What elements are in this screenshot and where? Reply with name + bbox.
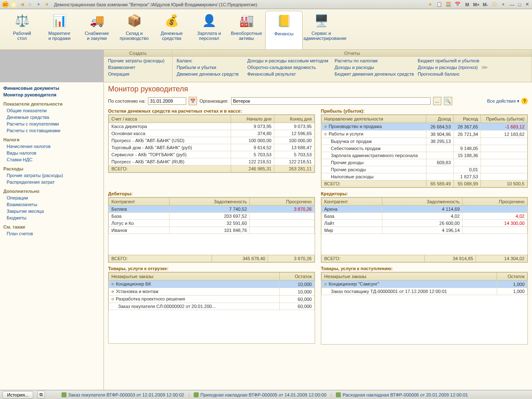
info-dropdown-icon[interactable]: ▾: [500, 1, 507, 8]
home-icon[interactable]: [10, 1, 17, 8]
sidebar-link[interactable]: Бюджеты: [3, 214, 100, 221]
table-row[interactable]: Прочие расходы0,01: [322, 166, 527, 173]
submenu-link[interactable]: Финансовый результат: [247, 71, 326, 77]
status-link-0[interactable]: Заказ покупателя ВТФР-000003 от 12.01.20…: [62, 392, 184, 397]
sidebar-link[interactable]: Ставки НДС: [3, 156, 100, 163]
table-row[interactable]: Арена4 114,69: [322, 206, 527, 213]
table-row[interactable]: ⊖Кондиционер "Самсунг"1,000: [322, 281, 527, 288]
table-row[interactable]: Себестоимость продаж9 148,05: [322, 145, 527, 152]
section-7[interactable]: 📒Финансы: [265, 11, 303, 49]
sidebar-link[interactable]: Прочие затраты (расходы): [3, 172, 100, 179]
table-row[interactable]: Прогресс - АКБ "АВТ-БАНК" (RUB)122 218,5…: [109, 158, 315, 165]
status-link-2[interactable]: Расходная накладная ВТФР-000006 от 20.01…: [336, 392, 468, 397]
table-row[interactable]: ⊕Установка и монтаж10,000: [109, 288, 315, 296]
submenu-link[interactable]: Доходы и расходы (прогноз): [418, 64, 476, 71]
date-picker-icon[interactable]: 📅: [189, 97, 197, 105]
sidebar-link[interactable]: Расчеты с поставщиками: [3, 127, 100, 134]
help-icon[interactable]: ?: [521, 98, 528, 104]
table-row[interactable]: ⊕Производство и продажа26 684,5328 367,6…: [322, 123, 527, 131]
table-row[interactable]: Иванов101 848,76: [109, 227, 315, 234]
clipboard-icon[interactable]: 📋: [436, 1, 443, 8]
sidebar-link[interactable]: Начисления налогов: [3, 143, 100, 150]
sidebar-link[interactable]: Операции: [3, 195, 100, 201]
submenu-expand-icon[interactable]: ⋙: [480, 65, 489, 70]
table-row[interactable]: Выручка от продаж38 295,13: [322, 138, 527, 145]
org-search-icon[interactable]: 🔍: [444, 97, 452, 105]
info-icon[interactable]: ⓘ: [490, 1, 498, 8]
section-4[interactable]: 💰Денежныесредства: [153, 11, 190, 49]
calendar-icon[interactable]: 📅: [454, 1, 461, 8]
sidebar-link[interactable]: Денежные средства: [3, 114, 100, 121]
table-row[interactable]: База203 697,52: [109, 213, 315, 220]
table-row[interactable]: ⊖Работы и услуги38 904,9626 721,3412 183…: [322, 131, 527, 138]
table-row[interactable]: Заказ покупателя СЛ-00000002 от 20.01.20…: [109, 303, 315, 310]
submenu-link[interactable]: Движение денежных средств: [177, 71, 239, 77]
sidebar-fin-docs[interactable]: Финансовые документы: [3, 85, 100, 91]
calc-icon[interactable]: 🧮: [445, 1, 452, 8]
maximize-button[interactable]: □: [516, 2, 523, 7]
nav-back-icon[interactable]: ◀: [18, 1, 26, 8]
sidebar-link[interactable]: Виды налогов: [3, 150, 100, 156]
table-row[interactable]: Касса директора9 073,959 073,95: [109, 123, 315, 130]
section-6[interactable]: 🏭Внеоборотныеактивы: [228, 11, 265, 49]
table-row[interactable]: Налоговые расходы1 827,53: [322, 173, 527, 180]
submenu-link[interactable]: Операция: [108, 71, 168, 77]
table-row[interactable]: Беляев7 740,523 870,26: [109, 206, 315, 213]
m-button[interactable]: M: [463, 2, 471, 7]
fav-icon[interactable]: ★: [426, 1, 434, 8]
sidebar-link[interactable]: Расчеты с покупателями: [3, 121, 100, 127]
section-5[interactable]: 👤Зарплата иперсонал: [190, 11, 228, 49]
section-2[interactable]: 🚚Снабжениеи закупки: [78, 11, 116, 49]
sidebar-link[interactable]: Взаимозачеты: [3, 201, 100, 208]
section-8[interactable]: 🖥️Сервис иадминистрирование: [303, 11, 340, 49]
submenu-link[interactable]: Прогнозный баланс: [418, 71, 476, 77]
submenu-link[interactable]: Бюджет прибылей и убытков: [418, 57, 476, 64]
history-panel-button[interactable]: ⧉: [37, 391, 45, 399]
submenu-link[interactable]: Доходы и расходы кассовым методом: [247, 57, 326, 64]
submenu-link[interactable]: Взаимозачет: [108, 64, 168, 71]
sidebar-monitor[interactable]: Монитор руководителя: [3, 91, 100, 98]
star-icon[interactable]: ★: [43, 1, 51, 8]
sidebar-link[interactable]: План счетов: [3, 230, 100, 237]
m-minus-button[interactable]: M-: [481, 2, 490, 7]
sidebar-link[interactable]: Общие показатели: [3, 107, 100, 114]
profit-title: Прибыль (убыток):: [321, 108, 528, 113]
status-link-1[interactable]: Приходная накладная ВТФР-000005 от 14.01…: [194, 392, 326, 397]
submenu-link[interactable]: Расчеты по налогам: [335, 57, 409, 64]
table-row[interactable]: ⊖Разработка проектного решения60,000: [109, 296, 315, 303]
table-row[interactable]: Зарплата административного персонала15 1…: [322, 152, 527, 159]
sidebar-link[interactable]: Закрытие месяца: [3, 208, 100, 214]
submenu-link[interactable]: Прочие затраты (расходы): [108, 57, 168, 64]
minimize-button[interactable]: —: [509, 2, 515, 7]
table-row[interactable]: Торговый дом - АКБ "АВТ-БАНК" (руб)9 614…: [109, 144, 315, 151]
section-icon: 💰: [163, 12, 180, 29]
sidebar-link[interactable]: Распределения затрат: [3, 179, 100, 185]
table-row[interactable]: Лотус и Ко32 591,60: [109, 220, 315, 227]
all-actions-menu[interactable]: Все действия ▾: [487, 99, 520, 104]
section-0[interactable]: ⚖️Рабочийстол: [3, 11, 41, 49]
submenu-link[interactable]: Оборотно-сальдовая ведомость: [247, 64, 326, 71]
table-row[interactable]: Лайт26 600,0014 300,00: [322, 220, 527, 227]
org-select-icon[interactable]: …: [433, 97, 441, 105]
date-input[interactable]: [148, 97, 186, 105]
org-input[interactable]: [231, 97, 431, 105]
table-row[interactable]: Прочие доходы609,83: [322, 159, 527, 166]
table-row[interactable]: Мир4 196,14: [322, 227, 527, 234]
nav-dropdown-icon[interactable]: ▾: [35, 1, 42, 8]
table-row[interactable]: Основная касса374,8012 596,65: [109, 130, 315, 137]
submenu-link[interactable]: Бюджет движения денежных средств: [335, 71, 409, 77]
m-plus-button[interactable]: M+: [472, 2, 480, 7]
nav-fwd-icon[interactable]: ▶: [27, 1, 34, 8]
table-row[interactable]: Сервислог - АКБ "ТОРГБАНК" (руб)5 703,53…: [109, 151, 315, 158]
table-row[interactable]: Прогресс - АКБ "АВТ-БАНК" (USD)100 000,0…: [109, 137, 315, 144]
submenu-link[interactable]: Доходы и расходы: [335, 64, 409, 71]
submenu-link[interactable]: Прибыли и убытки: [177, 64, 239, 71]
table-row[interactable]: База4,024,02: [322, 213, 527, 220]
table-row[interactable]: ⊕Кондиционер БК10,000: [109, 281, 315, 288]
section-1[interactable]: 📊Маркетинги продажи: [41, 11, 78, 49]
table-row[interactable]: Заказ поставщику ТД-00000001 от 17.12.20…: [322, 288, 527, 295]
history-button[interactable]: История...: [2, 391, 33, 399]
close-button[interactable]: ✕: [524, 2, 530, 7]
submenu-link[interactable]: Баланс: [177, 57, 239, 64]
section-3[interactable]: 📦Склад ипроизводство: [116, 11, 153, 49]
